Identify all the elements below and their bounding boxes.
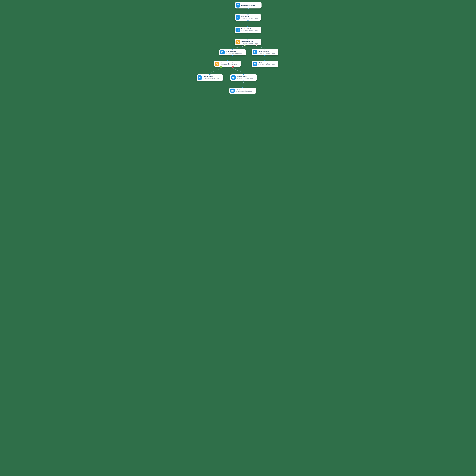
inmail-icon: in	[230, 88, 235, 93]
mail-icon	[198, 75, 202, 80]
svg-point-6	[238, 30, 239, 31]
node-title: If has verified email	[241, 41, 258, 42]
step1-icon: 1	[236, 3, 240, 8]
node-emailA[interactable]: Email messageWait for: 0 days and 1 hour…	[219, 49, 246, 55]
node-inmailB[interactable]: inInMail messageWait for: 4 days and 0 h…	[252, 61, 278, 67]
node-title: InMail message	[258, 51, 275, 52]
mail-icon	[220, 50, 225, 54]
chat-check-icon	[215, 62, 220, 66]
node-title: InMail message	[236, 89, 252, 91]
svg-text:in: in	[255, 63, 255, 64]
port-in	[247, 39, 249, 40]
port-in	[227, 60, 228, 61]
node-wait: Wait for: 5 days and 0 hours	[221, 64, 237, 66]
node-inmailA[interactable]: inInMail messageWait for: 0 days and 1 h…	[252, 49, 278, 55]
node-title: InMail message	[237, 76, 253, 78]
node-title: InMail message	[258, 62, 275, 64]
node-wait: Wait for: 0 days and 1 hours	[258, 52, 275, 54]
eye-icon	[236, 15, 240, 20]
port-in	[243, 74, 244, 75]
node-inmailC[interactable]: inInMail messageWait for: 0 days and 1 h…	[230, 74, 257, 81]
branch-true-badge	[220, 66, 222, 68]
node-wait: Wait for: 0 days and 1 hours	[226, 52, 242, 54]
workflow-canvas: 1Lead source (Step 1)View profileWait fo…	[180, 0, 296, 94]
node-emailB[interactable]: Email messageWait for: 0 days and 1 hour…	[197, 74, 223, 81]
port-in	[248, 14, 249, 15]
port-in	[242, 87, 243, 88]
port-out	[264, 55, 266, 56]
node-view[interactable]: View profileWait for: 0 days and 0 hours	[235, 14, 261, 20]
svg-text:in: in	[233, 77, 234, 78]
node-wait: Wait for: 0 days and 1 hours	[203, 78, 220, 79]
node-lead[interactable]: 1Lead source (Step 1)	[235, 2, 261, 8]
node-wait: Wait for: 0 days and 0 hours	[241, 43, 258, 44]
port-in	[232, 49, 233, 50]
node-title: Lead source (Step 1)	[241, 4, 255, 6]
branch-false-badge	[232, 66, 234, 68]
branch-false-badge	[255, 45, 257, 46]
node-wait: Wait for: 4 days and 0 hours	[236, 91, 252, 92]
inmail-icon: in	[253, 50, 257, 54]
svg-point-9	[238, 43, 239, 43]
svg-text:1: 1	[238, 5, 238, 6]
node-title: Email verification	[241, 28, 258, 30]
node-title: Email message	[226, 51, 242, 52]
node-title: Email message	[203, 76, 220, 78]
port-out	[243, 80, 244, 81]
node-title: If email is opened	[221, 62, 237, 64]
port-in	[247, 26, 249, 27]
node-wait: Wait for: 4 days and 0 hours	[258, 64, 275, 66]
svg-text:in: in	[255, 51, 255, 52]
port-out	[248, 8, 249, 9]
svg-text:in: in	[232, 90, 233, 91]
inmail-icon: in	[253, 62, 257, 66]
node-inmailD[interactable]: inInMail messageWait for: 4 days and 0 h…	[229, 87, 256, 94]
node-cond1[interactable]: If has verified emailWait for: 0 days an…	[235, 39, 261, 45]
node-cond2[interactable]: If email is openedWait for: 5 days and 0…	[214, 61, 241, 67]
port-out	[248, 20, 249, 21]
branch-true-badge	[244, 45, 246, 46]
port-out	[247, 33, 249, 34]
port-in	[209, 74, 210, 75]
mail-search-icon	[236, 28, 240, 32]
node-wait: Wait for: 0 days and 0 hours	[241, 30, 258, 32]
mail-search-icon	[236, 40, 240, 44]
node-wait: Wait for: 0 days and 0 hours	[241, 18, 258, 19]
svg-point-3	[238, 17, 238, 17]
port-in	[264, 49, 266, 50]
port-in	[264, 60, 266, 61]
node-title: View profile	[241, 16, 258, 17]
node-verify[interactable]: Email verificationWait for: 0 days and 0…	[235, 27, 261, 33]
port-out	[232, 55, 233, 56]
node-wait: Wait for: 0 days and 1 hours	[237, 78, 253, 79]
inmail-icon: in	[231, 75, 236, 80]
